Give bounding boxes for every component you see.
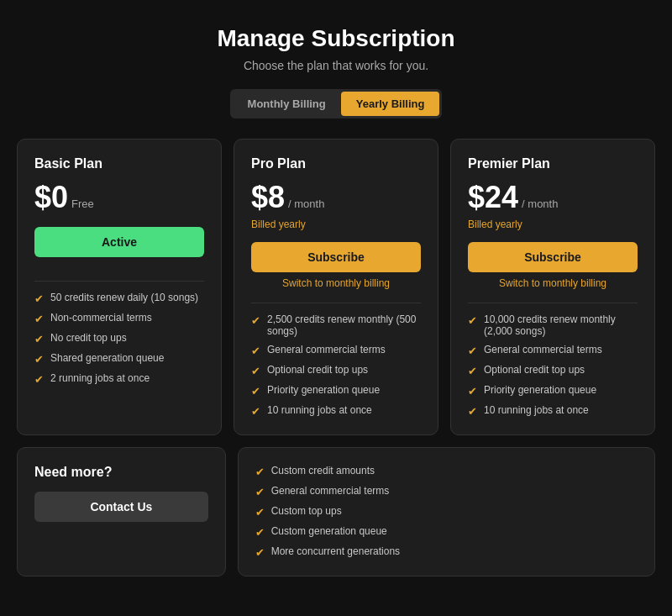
plan-name: Basic Plan [34,156,204,171]
check-icon: ✔ [468,405,477,418]
subscribe-button-premier[interactable]: Subscribe [468,242,638,272]
billed-note: Billed yearly [251,218,421,230]
feature-item: ✔ 10 running jobs at once [468,404,638,418]
enterprise-feature-text: General commercial terms [271,485,390,497]
enterprise-feature-text: Custom generation queue [271,525,387,537]
subscribe-button-pro[interactable]: Subscribe [251,242,421,272]
feature-text: Non-commercial terms [50,312,152,324]
active-button[interactable]: Active [34,227,204,257]
feature-list: ✔ 2,500 credits renew monthly (500 songs… [251,313,421,418]
feature-list: ✔ 50 credits renew daily (10 songs) ✔ No… [34,292,204,386]
plans-grid: Basic Plan $0 Free Active ✔ 50 credits r… [17,139,655,435]
billed-note: Billed yearly [468,218,638,230]
feature-item: ✔ 10,000 credits renew monthly (2,000 so… [468,313,638,337]
plan-name: Premier Plan [468,156,638,171]
price-free: Free [71,197,94,210]
price-period: / month [288,197,324,210]
feature-item: ✔ 10 running jobs at once [251,404,421,418]
enterprise-feature-item: ✔General commercial terms [255,485,400,498]
feature-text: Shared generation queue [50,352,164,364]
price-amount: $8 [251,180,285,215]
check-icon: ✔ [251,314,260,327]
check-icon: ✔ [34,373,44,386]
feature-item: ✔ Optional credit top ups [468,364,638,377]
feature-text: 50 credits renew daily (10 songs) [50,292,198,303]
check-icon: ✔ [34,292,44,305]
feature-item: ✔ General commercial terms [251,344,421,357]
feature-item: ✔ 2,500 credits renew monthly (500 songs… [251,313,421,337]
enterprise-feature-list: ✔Custom credit amounts✔General commercia… [255,465,400,559]
enterprise-title: Need more? [34,465,208,480]
check-icon: ✔ [255,466,265,478]
page-subtitle: Choose the plan that works for you. [244,59,428,72]
check-icon: ✔ [34,333,44,345]
check-icon: ✔ [34,313,44,325]
feature-text: Priority generation queue [267,384,380,396]
feature-item: ✔ General commercial terms [468,344,638,357]
check-icon: ✔ [251,405,260,418]
divider [468,303,638,303]
check-icon: ✔ [251,345,260,357]
feature-item: ✔ 50 credits renew daily (10 songs) [34,292,204,305]
contact-us-button[interactable]: Contact Us [34,492,208,522]
feature-item: ✔ Non-commercial terms [34,312,204,325]
check-icon: ✔ [468,314,477,327]
plan-card-pro: Pro Plan $8 / month Billed yearly Subscr… [234,139,438,435]
check-icon: ✔ [468,365,477,377]
plan-price: $0 Free [34,180,204,215]
plan-price: $24 / month [468,180,638,215]
check-icon: ✔ [468,385,477,398]
check-icon: ✔ [255,546,265,559]
feature-item: ✔ Optional credit top ups [251,364,421,377]
feature-text: Priority generation queue [484,384,596,396]
feature-text: 2,500 credits renew monthly (500 songs) [267,313,421,337]
feature-item: ✔ 2 running jobs at once [34,372,204,386]
plan-price: $8 / month [251,180,421,215]
price-period: / month [522,197,558,210]
enterprise-feature-text: More concurrent generations [271,545,400,557]
check-icon: ✔ [34,353,44,366]
price-amount: $0 [34,180,68,215]
feature-text: 10,000 credits renew monthly (2,000 song… [484,313,638,337]
feature-text: General commercial terms [267,344,386,355]
check-icon: ✔ [255,526,265,539]
divider [34,281,204,282]
check-icon: ✔ [255,506,265,519]
enterprise-feature-item: ✔More concurrent generations [255,545,400,559]
yearly-billing-button[interactable]: Yearly Billing [341,92,440,116]
monthly-billing-button[interactable]: Monthly Billing [233,92,341,116]
feature-text: No credit top ups [50,332,127,344]
enterprise-feature-item: ✔Custom credit amounts [255,465,400,478]
feature-list: ✔ 10,000 credits renew monthly (2,000 so… [468,313,638,418]
switch-billing-premier[interactable]: Switch to monthly billing [468,277,638,289]
feature-item: ✔ Priority generation queue [468,384,638,398]
enterprise-card: Need more? Contact Us [17,447,226,577]
feature-text: 10 running jobs at once [267,404,372,416]
feature-item: ✔ No credit top ups [34,332,204,345]
check-icon: ✔ [251,385,260,398]
feature-item: ✔ Priority generation queue [251,384,421,398]
enterprise-feature-item: ✔Custom top ups [255,505,400,519]
check-icon: ✔ [251,365,260,377]
divider [251,303,421,303]
enterprise-feature-item: ✔Custom generation queue [255,525,400,539]
price-amount: $24 [468,180,518,215]
enterprise-feature-text: Custom credit amounts [271,465,375,476]
check-icon: ✔ [255,486,265,498]
enterprise-features-card: ✔Custom credit amounts✔General commercia… [238,447,655,577]
billing-toggle: Monthly Billing Yearly Billing [230,89,443,118]
feature-text: 2 running jobs at once [50,372,150,384]
page-title: Manage Subscription [217,25,454,52]
plan-name: Pro Plan [251,156,421,171]
feature-text: Optional credit top ups [267,364,368,376]
feature-text: Optional credit top ups [484,364,585,376]
switch-billing-pro[interactable]: Switch to monthly billing [251,277,421,289]
plan-card-premier: Premier Plan $24 / month Billed yearly S… [450,139,655,435]
bottom-row: Need more? Contact Us ✔Custom credit amo… [17,447,655,577]
enterprise-feature-text: Custom top ups [271,505,342,517]
feature-item: ✔ Shared generation queue [34,352,204,366]
feature-text: General commercial terms [484,344,602,355]
feature-text: 10 running jobs at once [484,404,589,416]
check-icon: ✔ [468,345,477,357]
plan-card-basic: Basic Plan $0 Free Active ✔ 50 credits r… [17,139,222,435]
